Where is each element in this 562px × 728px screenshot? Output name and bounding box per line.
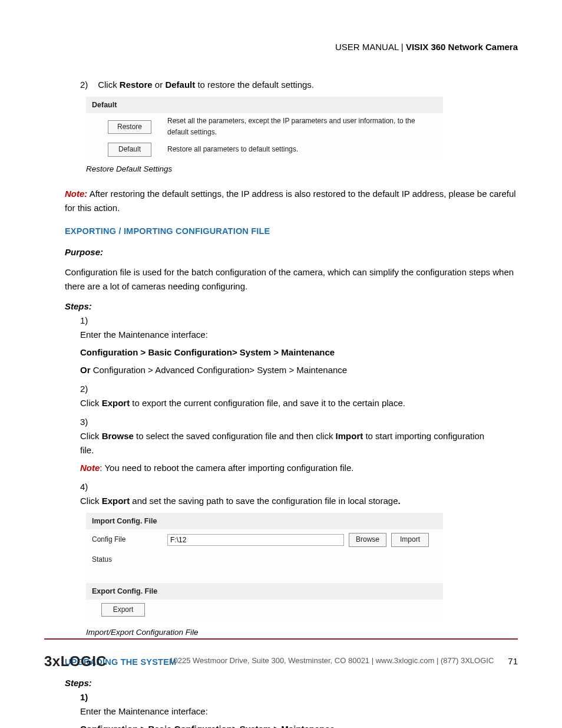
- import-button[interactable]: Import: [391, 533, 429, 546]
- text: to export the current configuration file…: [130, 398, 405, 408]
- note-label: Note:: [65, 189, 87, 199]
- step-number: 2): [80, 78, 95, 92]
- text: Enter the Maintenance interface:: [80, 330, 208, 340]
- path: Configuration > Basic Configuration> Sys…: [80, 345, 500, 360]
- logo: 3xLOGIC: [44, 650, 107, 673]
- footer-rule: [44, 638, 518, 640]
- header-prefix: USER MANUAL |: [335, 42, 406, 52]
- intro-step: 2) Click Restore or Default to restore t…: [80, 78, 518, 92]
- import-export-panel: Import Config. File Config File Browse I…: [86, 513, 443, 622]
- path: Configuration > Basic Configuration> Sys…: [80, 722, 500, 728]
- steps-list-1: 1) Enter the Maintenance interface: Conf…: [80, 314, 518, 508]
- note-text: : You need to reboot the camera after im…: [100, 463, 353, 473]
- text: and set the saving path to save the conf…: [130, 496, 398, 506]
- note-label: Note: [80, 463, 100, 473]
- restore-desc: Reset all the parameters, except the IP …: [167, 116, 437, 138]
- status-row: Status: [86, 551, 443, 569]
- restore-button[interactable]: Restore: [108, 120, 151, 134]
- status-label: Status: [92, 554, 167, 565]
- default-row: Default Restore all parameters to defaul…: [86, 140, 443, 159]
- path: Configuration > Advanced Configuration> …: [93, 365, 348, 375]
- text: to restore the default settings.: [195, 80, 314, 90]
- note-text: After restoring the default settings, th…: [65, 189, 516, 213]
- browse-button[interactable]: Browse: [349, 533, 386, 546]
- footer-address: 10225 Westmoor Drive, Suite 300, Westmin…: [118, 655, 494, 667]
- steps-list-2: 1) Enter the Maintenance interface: Conf…: [80, 690, 518, 728]
- steps-label: Steps:: [65, 676, 518, 690]
- restore-row: Restore Reset all the parameters, except…: [86, 113, 443, 140]
- or-label: Or: [80, 365, 93, 375]
- step-number: 4): [80, 480, 97, 494]
- section-heading-export-import: EXPORTING / IMPORTING CONFIGURATION FILE: [65, 225, 518, 238]
- note-paragraph: Note: After restoring the default settin…: [65, 187, 518, 215]
- page-footer: 3xLOGIC 10225 Westmoor Drive, Suite 300,…: [44, 624, 518, 673]
- default-button[interactable]: Default: [108, 143, 151, 156]
- bold: Default: [165, 80, 195, 90]
- text: Enter the Maintenance interface:: [80, 706, 208, 716]
- default-panel: Default Restore Reset all the parameters…: [86, 97, 443, 159]
- bold-dot: .: [398, 496, 400, 506]
- step-number: 2): [80, 382, 97, 396]
- page-number: 71: [508, 654, 518, 668]
- steps-label: Steps:: [65, 299, 518, 314]
- text: or: [153, 80, 166, 90]
- config-file-label: Config File: [92, 534, 167, 545]
- text: Click: [98, 80, 120, 90]
- export-button[interactable]: Export: [101, 603, 145, 617]
- bold: Import: [336, 431, 363, 441]
- default-desc: Restore all parameters to default settin…: [167, 144, 437, 155]
- text: Click: [80, 431, 102, 441]
- export-title: Export Config. File: [86, 583, 443, 599]
- purpose-text: Configuration file is used for the batch…: [65, 265, 518, 294]
- step-number: 3): [80, 415, 97, 429]
- bold: Export: [102, 496, 130, 506]
- header-title: VISIX 360 Network Camera: [406, 42, 518, 52]
- step-number: 1): [80, 314, 97, 328]
- page-header: USER MANUAL | VISIX 360 Network Camera: [65, 40, 518, 54]
- text: to select the saved configuration file a…: [134, 431, 336, 441]
- purpose-label: Purpose:: [65, 245, 518, 259]
- text: Click: [80, 496, 102, 506]
- panel-title: Default: [86, 97, 443, 113]
- bold: Restore: [120, 80, 153, 90]
- config-file-input[interactable]: [167, 534, 344, 546]
- bold: Browse: [102, 431, 134, 441]
- figure-caption: Restore Default Settings: [86, 163, 518, 176]
- step-number: 1): [80, 690, 97, 704]
- export-row: Export: [86, 599, 443, 622]
- import-title: Import Config. File: [86, 513, 443, 529]
- config-file-row: Config File Browse Import: [86, 529, 443, 550]
- text: Click: [80, 398, 102, 408]
- bold: Export: [102, 398, 130, 408]
